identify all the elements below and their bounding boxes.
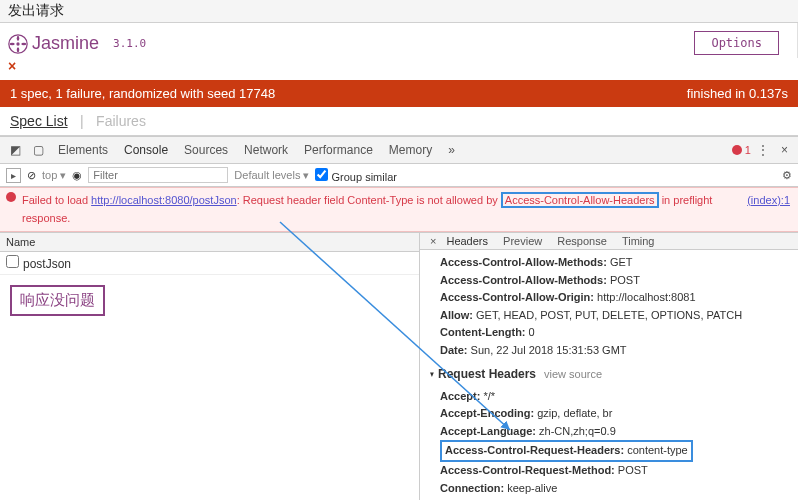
- tab-network[interactable]: Network: [236, 139, 296, 161]
- headers-pane: × Headers Preview Response Timing Access…: [420, 233, 798, 500]
- clear-icon[interactable]: ⊘: [27, 169, 36, 182]
- network-panel: Name postJson 响应没问题 × Headers Preview Re…: [0, 232, 798, 500]
- devtools-tabbar: ◩ ▢ Elements Console Sources Network Per…: [0, 136, 798, 164]
- jasmine-header: Jasmine 3.1.0 Options: [0, 23, 798, 58]
- svg-point-4: [10, 42, 15, 45]
- error-badge[interactable]: 1: [732, 144, 751, 156]
- request-headers-section[interactable]: Request Headersview source: [430, 364, 798, 384]
- options-button[interactable]: Options: [694, 31, 779, 55]
- request-row[interactable]: postJson: [0, 252, 419, 275]
- jasmine-icon: [8, 34, 28, 54]
- tab-failures[interactable]: Failures: [96, 113, 146, 129]
- close-pane-icon[interactable]: ×: [426, 235, 440, 247]
- response-tabs: × Headers Preview Response Timing: [420, 233, 798, 250]
- play-icon[interactable]: ▸: [6, 168, 21, 183]
- tab-memory[interactable]: Memory: [381, 139, 440, 161]
- svg-point-1: [16, 42, 19, 45]
- request-list-pane: Name postJson 响应没问题: [0, 233, 420, 500]
- svg-point-2: [17, 35, 20, 40]
- svg-point-3: [17, 47, 20, 52]
- console-filter-bar: ▸ ⊘ top ▾ ◉ Default levels ▾ Group simil…: [0, 164, 798, 187]
- request-checkbox[interactable]: [6, 255, 19, 268]
- jasmine-name: Jasmine: [32, 33, 99, 54]
- request-headers-block: Accept: */* Accept-Encoding: gzip, defla…: [420, 384, 798, 500]
- more-icon[interactable]: ⋮: [751, 141, 775, 159]
- highlighted-request-header: Access-Control-Request-Headers: content-…: [440, 440, 693, 462]
- tab-performance[interactable]: Performance: [296, 139, 381, 161]
- close-devtools-icon[interactable]: ×: [775, 141, 794, 159]
- tab-console[interactable]: Console: [116, 139, 176, 161]
- jasmine-status-bar: 1 spec, 1 failure, randomized with seed …: [0, 80, 798, 107]
- jasmine-logo: Jasmine: [8, 33, 99, 54]
- status-text: 1 spec, 1 failure, randomized with seed …: [10, 86, 275, 101]
- tab-spec-list[interactable]: Spec List: [10, 113, 68, 129]
- fail-indicator: ×: [0, 58, 798, 80]
- tab-divider: |: [80, 113, 84, 129]
- tab-preview[interactable]: Preview: [497, 233, 548, 249]
- gear-icon[interactable]: ⚙: [782, 169, 792, 182]
- eye-icon[interactable]: ◉: [72, 169, 82, 182]
- tab-headers[interactable]: Headers: [440, 233, 494, 249]
- device-icon[interactable]: ▢: [27, 141, 50, 159]
- finished-text: finished in 0.137s: [687, 86, 788, 101]
- filter-input[interactable]: [88, 167, 228, 183]
- tab-sources[interactable]: Sources: [176, 139, 236, 161]
- name-column-header[interactable]: Name: [0, 233, 419, 252]
- jasmine-version: 3.1.0: [113, 37, 146, 50]
- context-select[interactable]: top ▾: [42, 169, 66, 182]
- tab-elements[interactable]: Elements: [50, 139, 116, 161]
- error-icon: [6, 192, 16, 202]
- tab-timing[interactable]: Timing: [616, 233, 661, 249]
- levels-select[interactable]: Default levels ▾: [234, 169, 309, 182]
- console-error-message: (index):1 Failed to load http://localhos…: [0, 187, 798, 232]
- window-title-bar: 发出请求: [0, 0, 798, 23]
- error-url[interactable]: http://localhost:8080/postJson: [91, 194, 237, 206]
- tab-response[interactable]: Response: [551, 233, 613, 249]
- highlighted-header-name: Access-Control-Allow-Headers: [501, 192, 659, 208]
- tab-overflow[interactable]: »: [440, 139, 463, 161]
- annotation-note: 响应没问题: [10, 285, 105, 316]
- inspect-icon[interactable]: ◩: [4, 141, 27, 159]
- response-headers-block: Access-Control-Allow-Methods: GET Access…: [420, 250, 798, 364]
- svg-point-5: [21, 42, 26, 45]
- page-title: 发出请求: [8, 2, 64, 18]
- group-similar-checkbox[interactable]: Group similar: [315, 168, 396, 183]
- view-source-link[interactable]: view source: [544, 368, 602, 380]
- error-source-link[interactable]: (index):1: [747, 192, 790, 209]
- spec-tabs: Spec List | Failures: [0, 107, 798, 136]
